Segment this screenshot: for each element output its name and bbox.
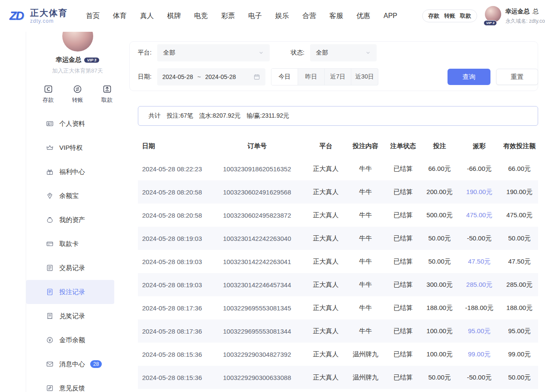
cell-bet-amount: 66.00元 bbox=[421, 157, 458, 180]
range-button[interactable]: 今日 bbox=[271, 69, 298, 85]
sidebar-item[interactable]: 投注记录 bbox=[26, 280, 114, 304]
summary-segment: 流水:8207.92元 bbox=[199, 112, 241, 120]
cell-status: 已结算 bbox=[385, 157, 421, 180]
sidebar-item-label: 交易记录 bbox=[59, 264, 85, 272]
sidebar-item[interactable]: 个人资料 bbox=[26, 112, 114, 136]
cell-bet-content: 牛牛 bbox=[346, 296, 385, 319]
nav-item[interactable]: 娱乐 bbox=[275, 12, 289, 21]
sidebar: 幸运金总 VIP 3 加入正大体育第87天 存款转账取款 个人资料VIP特权福利… bbox=[26, 32, 129, 392]
sidebar-item[interactable]: 我的资产 bbox=[26, 208, 114, 232]
cell-date: 2024-05-28 08:20:58 bbox=[138, 180, 209, 204]
sidebar-item[interactable]: 意见反馈 bbox=[26, 376, 114, 392]
table-row: 2024-05-28 08:19:031003230142242263041正大… bbox=[138, 250, 538, 273]
date-separator: ~ bbox=[198, 73, 201, 80]
sidebar-item[interactable]: 消息中心28 bbox=[26, 352, 114, 376]
quick-action-label: 取款 bbox=[101, 96, 113, 104]
cell-valid-amount: 50.00元 bbox=[501, 227, 538, 250]
summary-bar: 共计投注:67笔流水:8207.92元输/赢:2311.92元 bbox=[138, 106, 538, 126]
cell-platform: 正大真人 bbox=[305, 319, 346, 343]
quick-action[interactable]: 存款 bbox=[43, 84, 54, 104]
reset-button[interactable]: 重置 bbox=[496, 69, 538, 85]
cell-date: 2024-05-28 08:19:03 bbox=[138, 250, 209, 273]
sidebar-item[interactable]: 兑奖记录 bbox=[26, 304, 114, 328]
sidebar-item[interactable]: VIP特权 bbox=[26, 136, 114, 160]
status-label: 状态: bbox=[291, 49, 304, 57]
nav-item[interactable]: 彩票 bbox=[221, 12, 235, 21]
profile-card-icon bbox=[46, 120, 54, 128]
nav-item[interactable]: 棋牌 bbox=[167, 12, 181, 21]
cell-bet-content: 牛牛 bbox=[346, 204, 385, 227]
quick-action[interactable]: 转账 bbox=[72, 84, 83, 104]
date-label: 日期: bbox=[138, 73, 152, 81]
date-start: 2024-05-28 bbox=[162, 73, 193, 80]
table-row: 2024-05-28 08:15:361003229290304827392正大… bbox=[138, 343, 538, 366]
user-name-clipped: 总 bbox=[533, 8, 539, 15]
table-body: 2024-05-28 08:22:231003230918620516352正大… bbox=[138, 157, 538, 389]
cell-date: 2024-05-28 08:19:03 bbox=[138, 273, 209, 296]
nav-item[interactable]: 体育 bbox=[113, 12, 127, 21]
cell-status: 已结算 bbox=[385, 180, 421, 204]
cell-date: 2024-05-28 08:17:36 bbox=[138, 319, 209, 343]
sidebar-item[interactable]: 交易记录 bbox=[26, 256, 114, 280]
table-row: 2024-05-28 08:22:231003230918620516352正大… bbox=[138, 157, 538, 180]
range-button[interactable]: 昨日 bbox=[298, 69, 325, 85]
platform-label: 平台: bbox=[138, 49, 152, 57]
chevron-down-icon bbox=[365, 50, 371, 55]
sidebar-item[interactable]: 福利中心 bbox=[26, 160, 114, 184]
nav-item[interactable]: 客服 bbox=[329, 12, 343, 21]
quick-action-label: 存款 bbox=[43, 96, 54, 104]
brand-name: 正大体育 bbox=[30, 8, 68, 18]
wallet-pill-item[interactable]: 存款 bbox=[428, 12, 439, 20]
cell-payout: 190.00元 bbox=[458, 180, 501, 204]
cell-bet-content: 牛牛 bbox=[346, 180, 385, 204]
sidebar-item-label: 取款卡 bbox=[59, 240, 79, 248]
search-button[interactable]: 查询 bbox=[448, 69, 490, 85]
col-header: 投注内容 bbox=[346, 135, 385, 157]
nav-item[interactable]: 合营 bbox=[302, 12, 316, 21]
wallet-pill-item[interactable]: 取款 bbox=[460, 12, 471, 20]
transfer-icon bbox=[73, 84, 82, 94]
brand-logo[interactable]: ZD 正大体育 zdty.com bbox=[6, 6, 68, 26]
cell-bet-content: 牛牛 bbox=[346, 273, 385, 296]
nav-item[interactable]: 电子 bbox=[248, 12, 262, 21]
range-button[interactable]: 近7日 bbox=[325, 69, 351, 85]
platform-select[interactable]: 全部 bbox=[157, 44, 270, 61]
nav-item[interactable]: 真人 bbox=[140, 12, 154, 21]
cell-bet-amount: 500.00元 bbox=[421, 204, 458, 227]
sidebar-item[interactable]: 余额宝 bbox=[26, 184, 114, 208]
cell-valid-amount: 99.00元 bbox=[501, 343, 538, 366]
cell-date: 2024-05-28 08:15:36 bbox=[138, 366, 209, 389]
col-header: 有效投注额 bbox=[501, 135, 538, 157]
col-header: 订单号 bbox=[209, 135, 305, 157]
sidebar-item[interactable]: 金币余额 bbox=[26, 328, 114, 352]
cell-platform: 正大真人 bbox=[305, 204, 346, 227]
crown-icon bbox=[46, 144, 54, 152]
cell-bet-amount: 188.00元 bbox=[421, 296, 458, 319]
date-range-input[interactable]: 2024-05-28 ~ 2024-05-28 bbox=[157, 68, 265, 85]
sidebar-item-label: 兑奖记录 bbox=[59, 312, 85, 320]
cell-valid-amount: 66.00元 bbox=[501, 157, 538, 180]
wallet-pill-item[interactable]: 转账 bbox=[444, 12, 455, 20]
cell-payout: 475.00元 bbox=[458, 204, 501, 227]
nav-item[interactable]: 优惠 bbox=[356, 12, 370, 21]
main-nav: 首页体育真人棋牌电竞彩票电子娱乐合营客服优惠APP bbox=[86, 12, 397, 21]
user-block[interactable]: VIP 3 幸运金总总 永久域名: zdty.com bbox=[485, 5, 545, 27]
cell-valid-amount: 475.00元 bbox=[501, 204, 538, 227]
nav-item[interactable]: 首页 bbox=[86, 12, 100, 21]
cell-status: 已结算 bbox=[385, 227, 421, 250]
sidebar-item-label: 金币余额 bbox=[59, 336, 85, 344]
cell-order-number: 1003230142242263040 bbox=[209, 227, 305, 250]
table-row: 2024-05-28 08:20:581003230602495823872正大… bbox=[138, 204, 538, 227]
nav-item[interactable]: 电竞 bbox=[194, 12, 208, 21]
cell-payout: -50.00元 bbox=[458, 227, 501, 250]
unread-badge: 28 bbox=[90, 360, 102, 368]
sidebar-item[interactable]: 取款卡 bbox=[26, 232, 114, 256]
cell-bet-amount: 50.00元 bbox=[421, 250, 458, 273]
quick-action-label: 转账 bbox=[72, 96, 83, 104]
range-button[interactable]: 近30日 bbox=[351, 69, 378, 85]
cell-payout: -66.00元 bbox=[458, 157, 501, 180]
nav-item[interactable]: APP bbox=[384, 12, 397, 20]
cell-payout: 47.50元 bbox=[458, 250, 501, 273]
status-select[interactable]: 全部 bbox=[310, 44, 377, 61]
quick-action[interactable]: 取款 bbox=[101, 84, 113, 104]
